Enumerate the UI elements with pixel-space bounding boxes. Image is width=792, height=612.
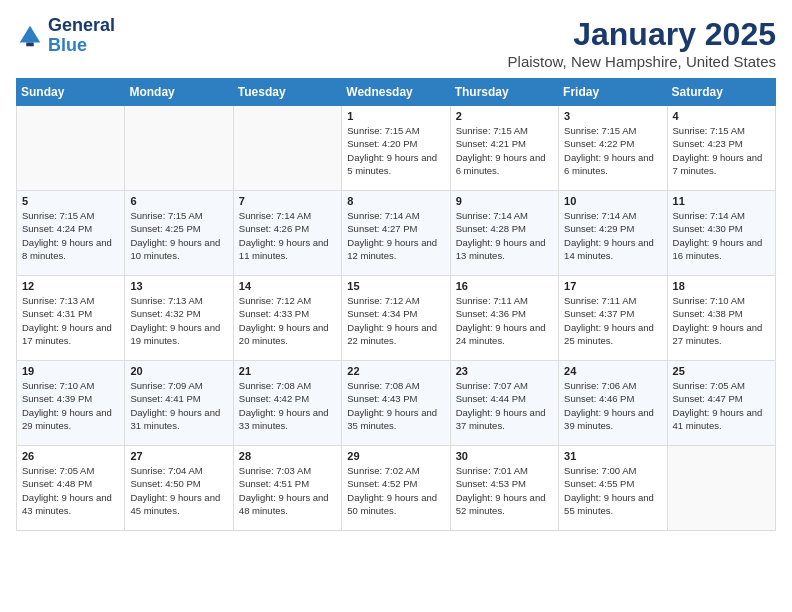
day-number: 1 (347, 110, 444, 122)
day-number: 31 (564, 450, 661, 462)
calendar-cell: 12Sunrise: 7:13 AMSunset: 4:31 PMDayligh… (17, 276, 125, 361)
calendar-cell: 6Sunrise: 7:15 AMSunset: 4:25 PMDaylight… (125, 191, 233, 276)
day-info: Sunrise: 7:14 AMSunset: 4:27 PMDaylight:… (347, 209, 444, 262)
calendar-cell: 24Sunrise: 7:06 AMSunset: 4:46 PMDayligh… (559, 361, 667, 446)
calendar-cell: 23Sunrise: 7:07 AMSunset: 4:44 PMDayligh… (450, 361, 558, 446)
day-number: 16 (456, 280, 553, 292)
day-info: Sunrise: 7:03 AMSunset: 4:51 PMDaylight:… (239, 464, 336, 517)
calendar-cell: 5Sunrise: 7:15 AMSunset: 4:24 PMDaylight… (17, 191, 125, 276)
calendar-week-row: 19Sunrise: 7:10 AMSunset: 4:39 PMDayligh… (17, 361, 776, 446)
day-info: Sunrise: 7:01 AMSunset: 4:53 PMDaylight:… (456, 464, 553, 517)
calendar-cell: 8Sunrise: 7:14 AMSunset: 4:27 PMDaylight… (342, 191, 450, 276)
day-info: Sunrise: 7:12 AMSunset: 4:33 PMDaylight:… (239, 294, 336, 347)
calendar-week-row: 26Sunrise: 7:05 AMSunset: 4:48 PMDayligh… (17, 446, 776, 531)
calendar-cell: 9Sunrise: 7:14 AMSunset: 4:28 PMDaylight… (450, 191, 558, 276)
day-info: Sunrise: 7:09 AMSunset: 4:41 PMDaylight:… (130, 379, 227, 432)
calendar-cell: 22Sunrise: 7:08 AMSunset: 4:43 PMDayligh… (342, 361, 450, 446)
weekday-header: Tuesday (233, 79, 341, 106)
day-info: Sunrise: 7:15 AMSunset: 4:21 PMDaylight:… (456, 124, 553, 177)
calendar-cell: 27Sunrise: 7:04 AMSunset: 4:50 PMDayligh… (125, 446, 233, 531)
day-info: Sunrise: 7:04 AMSunset: 4:50 PMDaylight:… (130, 464, 227, 517)
day-number: 6 (130, 195, 227, 207)
calendar-cell (667, 446, 775, 531)
day-number: 26 (22, 450, 119, 462)
calendar-cell: 28Sunrise: 7:03 AMSunset: 4:51 PMDayligh… (233, 446, 341, 531)
calendar-cell: 1Sunrise: 7:15 AMSunset: 4:20 PMDaylight… (342, 106, 450, 191)
day-number: 7 (239, 195, 336, 207)
weekday-header: Friday (559, 79, 667, 106)
day-info: Sunrise: 7:10 AMSunset: 4:39 PMDaylight:… (22, 379, 119, 432)
calendar-cell: 11Sunrise: 7:14 AMSunset: 4:30 PMDayligh… (667, 191, 775, 276)
day-info: Sunrise: 7:14 AMSunset: 4:29 PMDaylight:… (564, 209, 661, 262)
calendar-cell: 21Sunrise: 7:08 AMSunset: 4:42 PMDayligh… (233, 361, 341, 446)
calendar-cell: 17Sunrise: 7:11 AMSunset: 4:37 PMDayligh… (559, 276, 667, 361)
header: General Blue January 2025 Plaistow, New … (16, 16, 776, 70)
calendar-cell (17, 106, 125, 191)
day-number: 23 (456, 365, 553, 377)
calendar-cell (233, 106, 341, 191)
svg-marker-0 (20, 26, 41, 43)
day-number: 27 (130, 450, 227, 462)
day-number: 9 (456, 195, 553, 207)
day-number: 12 (22, 280, 119, 292)
logo: General Blue (16, 16, 115, 56)
day-number: 28 (239, 450, 336, 462)
day-number: 18 (673, 280, 770, 292)
day-info: Sunrise: 7:00 AMSunset: 4:55 PMDaylight:… (564, 464, 661, 517)
day-info: Sunrise: 7:12 AMSunset: 4:34 PMDaylight:… (347, 294, 444, 347)
title-area: January 2025 Plaistow, New Hampshire, Un… (508, 16, 776, 70)
calendar-week-row: 1Sunrise: 7:15 AMSunset: 4:20 PMDaylight… (17, 106, 776, 191)
day-number: 14 (239, 280, 336, 292)
calendar-cell: 15Sunrise: 7:12 AMSunset: 4:34 PMDayligh… (342, 276, 450, 361)
day-number: 11 (673, 195, 770, 207)
month-title: January 2025 (508, 16, 776, 53)
calendar-week-row: 12Sunrise: 7:13 AMSunset: 4:31 PMDayligh… (17, 276, 776, 361)
day-info: Sunrise: 7:05 AMSunset: 4:48 PMDaylight:… (22, 464, 119, 517)
calendar-cell: 7Sunrise: 7:14 AMSunset: 4:26 PMDaylight… (233, 191, 341, 276)
day-number: 17 (564, 280, 661, 292)
day-info: Sunrise: 7:05 AMSunset: 4:47 PMDaylight:… (673, 379, 770, 432)
day-info: Sunrise: 7:14 AMSunset: 4:26 PMDaylight:… (239, 209, 336, 262)
calendar-cell: 20Sunrise: 7:09 AMSunset: 4:41 PMDayligh… (125, 361, 233, 446)
calendar-cell: 2Sunrise: 7:15 AMSunset: 4:21 PMDaylight… (450, 106, 558, 191)
calendar-cell: 14Sunrise: 7:12 AMSunset: 4:33 PMDayligh… (233, 276, 341, 361)
day-info: Sunrise: 7:13 AMSunset: 4:32 PMDaylight:… (130, 294, 227, 347)
day-number: 2 (456, 110, 553, 122)
location-title: Plaistow, New Hampshire, United States (508, 53, 776, 70)
calendar-cell: 10Sunrise: 7:14 AMSunset: 4:29 PMDayligh… (559, 191, 667, 276)
day-number: 4 (673, 110, 770, 122)
calendar-cell: 4Sunrise: 7:15 AMSunset: 4:23 PMDaylight… (667, 106, 775, 191)
calendar-cell: 3Sunrise: 7:15 AMSunset: 4:22 PMDaylight… (559, 106, 667, 191)
day-number: 24 (564, 365, 661, 377)
day-info: Sunrise: 7:15 AMSunset: 4:22 PMDaylight:… (564, 124, 661, 177)
day-number: 3 (564, 110, 661, 122)
day-info: Sunrise: 7:02 AMSunset: 4:52 PMDaylight:… (347, 464, 444, 517)
day-info: Sunrise: 7:15 AMSunset: 4:20 PMDaylight:… (347, 124, 444, 177)
weekday-header: Thursday (450, 79, 558, 106)
logo-icon (16, 22, 44, 50)
day-info: Sunrise: 7:11 AMSunset: 4:36 PMDaylight:… (456, 294, 553, 347)
calendar-cell: 30Sunrise: 7:01 AMSunset: 4:53 PMDayligh… (450, 446, 558, 531)
day-info: Sunrise: 7:06 AMSunset: 4:46 PMDaylight:… (564, 379, 661, 432)
day-number: 22 (347, 365, 444, 377)
day-number: 25 (673, 365, 770, 377)
day-info: Sunrise: 7:11 AMSunset: 4:37 PMDaylight:… (564, 294, 661, 347)
day-number: 10 (564, 195, 661, 207)
calendar-cell: 19Sunrise: 7:10 AMSunset: 4:39 PMDayligh… (17, 361, 125, 446)
day-number: 8 (347, 195, 444, 207)
day-number: 15 (347, 280, 444, 292)
day-number: 19 (22, 365, 119, 377)
day-info: Sunrise: 7:15 AMSunset: 4:25 PMDaylight:… (130, 209, 227, 262)
day-info: Sunrise: 7:07 AMSunset: 4:44 PMDaylight:… (456, 379, 553, 432)
weekday-header: Sunday (17, 79, 125, 106)
calendar-week-row: 5Sunrise: 7:15 AMSunset: 4:24 PMDaylight… (17, 191, 776, 276)
day-number: 5 (22, 195, 119, 207)
svg-rect-1 (26, 42, 33, 46)
day-number: 30 (456, 450, 553, 462)
day-info: Sunrise: 7:15 AMSunset: 4:24 PMDaylight:… (22, 209, 119, 262)
calendar-cell: 13Sunrise: 7:13 AMSunset: 4:32 PMDayligh… (125, 276, 233, 361)
day-info: Sunrise: 7:08 AMSunset: 4:43 PMDaylight:… (347, 379, 444, 432)
weekday-header: Monday (125, 79, 233, 106)
day-info: Sunrise: 7:14 AMSunset: 4:30 PMDaylight:… (673, 209, 770, 262)
calendar-cell: 26Sunrise: 7:05 AMSunset: 4:48 PMDayligh… (17, 446, 125, 531)
